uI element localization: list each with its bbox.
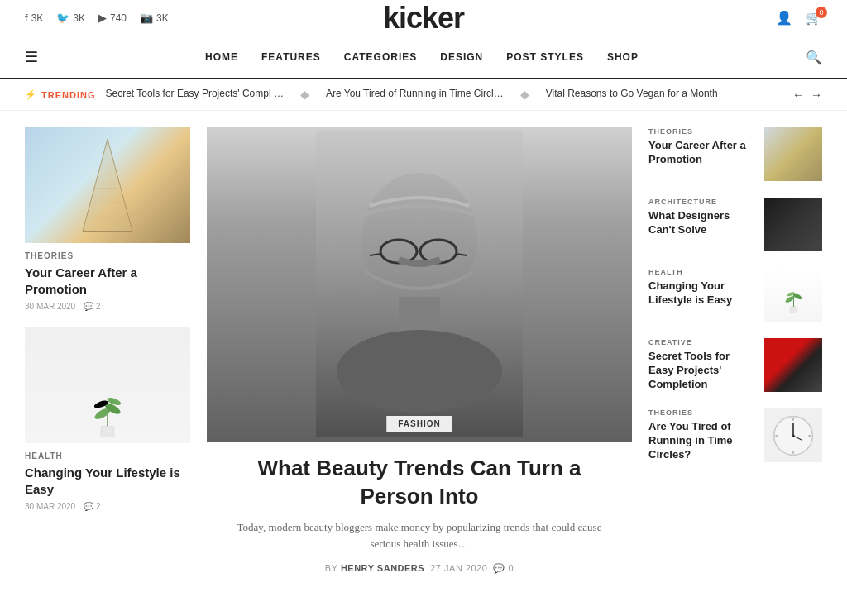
nav-categories[interactable]: CATEGORIES <box>344 51 417 63</box>
svg-point-15 <box>337 330 502 413</box>
trending-item-3[interactable]: Vital Reasons to Go Vegan for a Month <box>546 88 718 102</box>
plant-image <box>25 327 190 443</box>
right-tools-category: CREATIVE <box>648 338 754 346</box>
right-article-career: THEORIES Your Career After a Promotion <box>648 127 822 181</box>
career-article-title[interactable]: Your Career After a Promotion <box>25 265 190 297</box>
hamburger-menu[interactable]: ☰ <box>25 48 38 66</box>
featured-category-badge: FASHION <box>386 416 452 432</box>
right-lifestyle-info: HEALTH Changing Your Lifestyle is Easy <box>648 268 754 308</box>
trending-next-button[interactable]: → <box>811 88 822 102</box>
right-tools-image[interactable] <box>764 338 822 392</box>
svg-rect-6 <box>101 426 114 437</box>
nav-links: HOME FEATURES CATEGORIES DESIGN POST STY… <box>205 51 639 63</box>
plant-small-svg <box>779 275 808 316</box>
trending-sep-1: ◆ <box>300 88 309 102</box>
right-architecture-info: ARCHITECTURE What Designers Can't Solve <box>648 198 754 237</box>
clock-svg <box>773 415 814 456</box>
nav-bar: ☰ HOME FEATURES CATEGORIES DESIGN POST S… <box>0 36 847 79</box>
right-career-image[interactable] <box>764 127 822 181</box>
lifestyle-article-category: HEALTH <box>25 451 190 461</box>
lifestyle-article-image[interactable] <box>25 327 190 443</box>
right-lifestyle-category: HEALTH <box>648 268 754 276</box>
featured-article-meta: BY HENRY SANDERS 27 JAN 2020 💬 0 <box>223 563 615 574</box>
social-twitter[interactable]: 🐦 3K <box>56 12 85 24</box>
right-lifestyle-title[interactable]: Changing Your Lifestyle is Easy <box>648 279 754 308</box>
building-svg <box>74 136 141 235</box>
social-youtube[interactable]: ▶ 740 <box>98 12 127 24</box>
right-article-architecture: ARCHITECTURE What Designers Can't Solve <box>648 198 822 251</box>
nav-shop[interactable]: SHOP <box>607 51 639 63</box>
nav-features[interactable]: FEATURES <box>261 51 321 63</box>
trending-sep-2: ◆ <box>520 88 529 102</box>
twitter-count: 3K <box>73 12 85 24</box>
career-article-comments: 💬 2 <box>84 302 100 311</box>
nav-post-styles[interactable]: POST STYLES <box>506 51 584 63</box>
corner-building-image <box>764 127 822 181</box>
person-svg <box>316 131 523 437</box>
right-time-title[interactable]: Are You Tired of Running in Time Circles… <box>648 420 754 462</box>
featured-article-title[interactable]: What Beauty Trends Can Turn a Person Int… <box>223 455 615 511</box>
social-links: f 3K 🐦 3K ▶ 740 📷 3K <box>25 12 169 24</box>
social-instagram[interactable]: 📷 3K <box>140 12 169 24</box>
right-tools-title[interactable]: Secret Tools for Easy Projects' Completi… <box>648 350 754 392</box>
lifestyle-article-title[interactable]: Changing Your Lifestyle is Easy <box>25 465 190 497</box>
right-architecture-image[interactable] <box>764 198 822 251</box>
youtube-icon: ▶ <box>98 12 107 24</box>
trending-items: Secret Tools for Easy Projects' Compl … … <box>105 88 782 102</box>
career-article-category: THEORIES <box>25 251 190 260</box>
building-triangle-image <box>25 127 190 243</box>
trending-bolt-icon: ⚡ <box>25 89 37 100</box>
trending-bar: ⚡ TRENDING Secret Tools for Easy Project… <box>0 79 847 111</box>
cart-count: 0 <box>816 7 827 18</box>
right-tools-info: CREATIVE Secret Tools for Easy Projects'… <box>648 338 754 392</box>
dark-abstract-image <box>764 198 822 251</box>
featured-article-content: What Beauty Trends Can Turn a Person Int… <box>207 442 632 574</box>
right-column: THEORIES Your Career After a Promotion A… <box>648 127 822 574</box>
plant-svg <box>87 381 128 439</box>
right-time-image[interactable] <box>764 408 822 462</box>
facebook-count: 3K <box>31 12 44 24</box>
instagram-count: 3K <box>156 12 169 24</box>
svg-point-29 <box>792 434 794 437</box>
youtube-count: 740 <box>110 12 127 24</box>
svg-point-13 <box>361 173 477 305</box>
facebook-icon: f <box>25 12 28 24</box>
right-article-lifestyle: HEALTH Changing Your Lifestyle is Easy <box>648 268 822 322</box>
left-column: THEORIES Your Career After a Promotion 3… <box>25 127 190 574</box>
featured-article-author: HENRY SANDERS <box>341 563 424 573</box>
career-article-image[interactable] <box>25 127 190 243</box>
lifestyle-article-date: 30 MAR 2020 <box>25 502 75 511</box>
trending-item-1[interactable]: Secret Tools for Easy Projects' Compl … <box>105 88 283 102</box>
trending-prev-button[interactable]: ← <box>792 88 804 102</box>
lifestyle-article-meta: 30 MAR 2020 💬 2 <box>25 502 190 511</box>
svg-rect-21 <box>790 306 797 313</box>
featured-article-image[interactable]: FASHION <box>207 127 632 442</box>
right-article-time: THEORIES Are You Tired of Running in Tim… <box>648 408 822 462</box>
search-icon[interactable]: 🔍 <box>806 50 822 65</box>
right-article-tools: CREATIVE Secret Tools for Easy Projects'… <box>648 338 822 392</box>
right-career-title[interactable]: Your Career After a Promotion <box>648 139 754 167</box>
right-architecture-category: ARCHITECTURE <box>648 198 754 206</box>
left-article-lifestyle: HEALTH Changing Your Lifestyle is Easy 3… <box>25 327 190 511</box>
cart-button[interactable]: 🛒 0 <box>806 10 822 26</box>
user-icon[interactable]: 👤 <box>776 10 792 26</box>
center-column: FASHION What Beauty Trends Can Turn a Pe… <box>207 127 632 574</box>
trending-item-2[interactable]: Are You Tired of Running in Time Circl… <box>326 88 504 102</box>
nav-design[interactable]: DESIGN <box>440 51 483 63</box>
social-facebook[interactable]: f 3K <box>25 12 43 24</box>
nav-home[interactable]: HOME <box>205 51 238 63</box>
career-article-date: 30 MAR 2020 <box>25 302 75 311</box>
career-article-meta: 30 MAR 2020 💬 2 <box>25 302 190 311</box>
main-content: THEORIES Your Career After a Promotion 3… <box>0 111 847 590</box>
plant-small-image <box>764 268 822 322</box>
right-architecture-title[interactable]: What Designers Can't Solve <box>648 209 754 237</box>
lifestyle-article-comments: 💬 2 <box>84 502 100 511</box>
site-logo[interactable]: kicker <box>383 1 464 36</box>
featured-article-excerpt: Today, modern beauty bloggers make money… <box>223 519 615 554</box>
right-time-info: THEORIES Are You Tired of Running in Tim… <box>648 408 754 462</box>
person-silhouette <box>207 127 632 442</box>
right-lifestyle-image[interactable] <box>764 268 822 322</box>
trending-label: ⚡ TRENDING <box>25 89 95 100</box>
twitter-icon: 🐦 <box>56 12 69 24</box>
top-bar: f 3K 🐦 3K ▶ 740 📷 3K kicker 👤 🛒 0 <box>0 0 847 36</box>
